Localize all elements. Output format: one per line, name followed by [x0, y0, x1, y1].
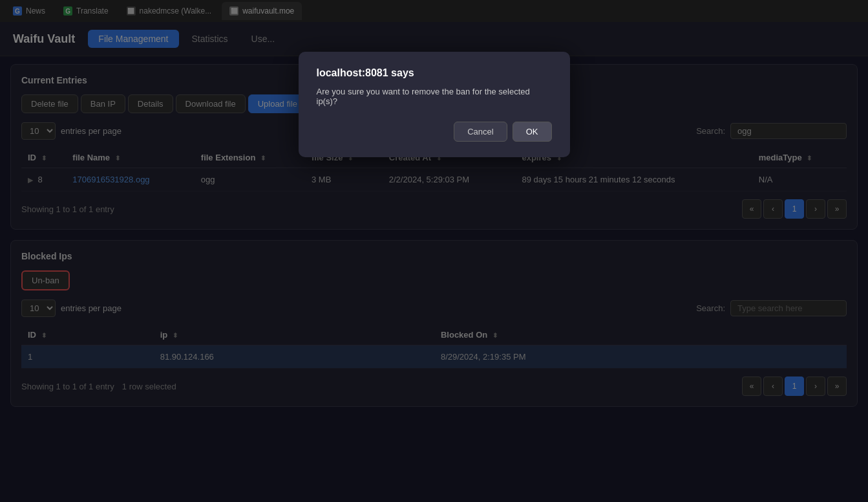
- dialog-ok-button[interactable]: OK: [513, 122, 552, 142]
- dialog-message: Are you sure you want to remove the ban …: [317, 87, 552, 106]
- dialog-buttons: Cancel OK: [317, 122, 552, 142]
- dialog-box: localhost:8081 says Are you sure you wan…: [299, 52, 570, 157]
- dialog-overlay: localhost:8081 says Are you sure you wan…: [0, 0, 868, 502]
- dialog-title: localhost:8081 says: [317, 67, 552, 79]
- dialog-cancel-button[interactable]: Cancel: [454, 122, 507, 142]
